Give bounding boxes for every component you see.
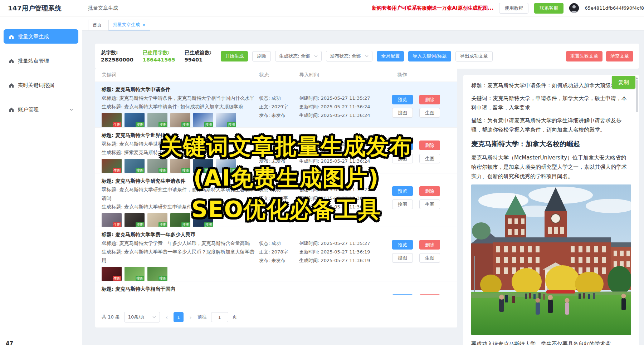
article-thumbnail[interactable]: 搜图 (147, 267, 167, 281)
delete-button[interactable]: 删除 (419, 95, 440, 104)
pagination-total: 共 10 条 (102, 314, 120, 320)
clear-articles-button[interactable]: 清空文章 (606, 51, 633, 61)
thumbnail-tag: 生图 (113, 276, 121, 281)
preview-button[interactable]: 预览 (392, 240, 413, 250)
stat-generated-count: 已生成篇数: 99401 (185, 49, 212, 63)
article-thumbnail[interactable]: 搜图 (147, 213, 167, 227)
tab-0[interactable]: 首页 (88, 20, 106, 30)
preview-button[interactable]: 预览 (392, 294, 413, 295)
current-page-button[interactable]: 1 (174, 312, 184, 322)
preview-scrollbar[interactable]: ▲ (636, 77, 638, 345)
table-row[interactable]: 标题: 麦克马斯特大学研究生申请条件 双标题: 麦克马斯特大学研究生申请条件，麦… (95, 173, 457, 227)
status-cell: 状态: 成功 正文: 2078字 发布: 未发布 (259, 227, 299, 281)
search-image-button[interactable]: 搜图 (392, 199, 413, 209)
app-root: 147用户管理系统 批量文章生成 新购套餐用户可联系客服赠送一万张AI原创生成配… (0, 0, 644, 345)
generate-status-select[interactable]: 生成状态: 全部 (275, 51, 322, 61)
sidebar-item-1[interactable]: 批量站点管理 (4, 54, 78, 68)
stat-used-words: 已使用字数: 186441565 (143, 49, 175, 63)
table-row[interactable]: 标题: 麦克马斯特大学学费一年多少人民币 双标题: 麦克马斯特大学学费一年多少人… (95, 227, 457, 281)
status-cell: 状态: 成功 正文: 2029字 发布: 未发布 (259, 82, 299, 127)
article-thumbnail[interactable]: 搜图 (125, 267, 145, 281)
page-size-select[interactable]: 10条/页 (124, 312, 160, 322)
scrollbar-thumb[interactable] (636, 80, 638, 112)
reset-failed-button[interactable]: 重置失败文章 (566, 51, 602, 61)
tutorial-button[interactable]: 使用教程 (499, 3, 528, 14)
article-thumbnail[interactable]: 搜图 (216, 113, 236, 127)
table-row[interactable]: 标题: 麦克马斯特大学申请条件 双标题: 麦克马斯特大学申请条件，麦克马斯特大学… (95, 82, 457, 127)
article-thumbnail[interactable]: 搜图 (170, 159, 190, 173)
chevron-down-icon (365, 55, 369, 57)
time-cell: 创建时间: 2025-05-27 11:35:27 更新时间: 2025-05-… (299, 173, 392, 227)
article-thumbnail[interactable]: 搜图 (193, 213, 213, 227)
article-thumbnail[interactable]: 搜图 (125, 213, 145, 227)
app-title: 147用户管理系统 (0, 4, 82, 13)
article-thumbnail[interactable]: 搜图 (147, 159, 167, 173)
goto-page-input[interactable] (211, 312, 228, 322)
import-keywords-button[interactable]: 导入关键词/标题 (408, 51, 451, 61)
toolbar-right-group: 重置失败文章 清空文章 (566, 51, 633, 61)
thumbnail-tag: 搜图 (227, 168, 236, 173)
actions-cell: 预览 删除 搜图 生图 (392, 128, 457, 173)
word-count-line: 正文: 1768字 (259, 148, 299, 157)
article-thumbnail[interactable]: 搜图 (170, 213, 190, 227)
delete-button[interactable]: 删除 (419, 186, 440, 196)
preview-button[interactable]: 预览 (392, 186, 413, 196)
contact-support-button[interactable]: 联系客服 (534, 3, 564, 14)
time-cell: 创建时间: 2025-05-27 11:35:27 更新时间: 2025-05-… (299, 227, 392, 281)
article-dual-title: 双标题: 麦克马斯特大学研究生申请条件，麦克马斯特大学研究生容易申请吗 (102, 185, 255, 202)
article-thumbnail[interactable]: 搜图 (125, 159, 145, 173)
promo-notice[interactable]: 新购套餐用户可联系客服赠送一万张AI原创生成配图... (372, 5, 493, 11)
thumbnail-strip: 生图搜图搜图搜图搜图 (102, 213, 255, 227)
close-tab-icon[interactable]: × (142, 23, 146, 28)
avatar[interactable] (569, 3, 579, 13)
copy-button[interactable]: 复制 (612, 76, 635, 89)
delete-button[interactable]: 删除 (419, 294, 440, 295)
generate-image-button[interactable]: 生图 (419, 154, 440, 163)
sidebar-item-0[interactable]: 批量文章生成 (4, 29, 78, 44)
updated-time: 更新时间: 2025-05-27 11:36:19 (299, 248, 392, 256)
search-image-button[interactable]: 搜图 (392, 108, 413, 118)
article-thumbnail[interactable]: 搜图 (193, 159, 213, 173)
article-thumbnail[interactable]: 搜图 (170, 113, 190, 127)
next-page-button[interactable]: › (188, 314, 193, 321)
search-image-button[interactable]: 搜图 (392, 253, 413, 263)
stat-label: 已使用字数: (143, 49, 175, 56)
start-generate-button[interactable]: 开始生成 (221, 51, 248, 61)
search-image-button[interactable]: 搜图 (392, 154, 413, 163)
table-body: 标题: 麦克马斯特大学申请条件 双标题: 麦克马斯特大学申请条件，麦克马斯特大学… (95, 82, 457, 295)
col-keyword: 关键词 (102, 72, 259, 78)
generate-image-button[interactable]: 生图 (419, 108, 440, 118)
refresh-button[interactable]: 刷新 (252, 51, 271, 61)
status-cell: 状态: 成功 正文: 1957字 发布: 未发布 (259, 281, 299, 295)
preview-button[interactable]: 预览 (392, 95, 413, 104)
preview-button[interactable]: 预览 (392, 141, 413, 150)
article-thumbnail[interactable]: 搜图 (193, 113, 213, 127)
article-thumbnail[interactable]: 生图 (102, 267, 122, 281)
publish-status-select[interactable]: 发布状态: 全部 (326, 51, 372, 61)
generate-image-button[interactable]: 生图 (419, 253, 440, 263)
global-config-button[interactable]: 全局配置 (377, 51, 404, 61)
home-icon (9, 58, 14, 64)
delete-button[interactable]: 删除 (419, 240, 440, 250)
sidebar-item-3[interactable]: 账户管理 (4, 102, 78, 117)
article-thumbnail[interactable]: 生图 (102, 159, 122, 173)
table-row[interactable]: 标题: 麦克马斯特大学相当于国内 双标题: 麦克马斯特大学相当于国内，麦克马斯特… (95, 281, 457, 295)
table-row[interactable]: 标题: 麦克马斯特大学世界排名 双标题: 麦克马斯特大学世界排名，麦克马斯特大学… (95, 127, 457, 173)
updated-time: 更新时间: 2025-05-27 11:36:23 (299, 194, 392, 203)
article-thumbnail[interactable]: 搜图 (125, 113, 145, 127)
sidebar-item-2[interactable]: 实时关键词挖掘 (4, 78, 78, 92)
publish-line: 发布: 未发布 (259, 203, 299, 211)
article-thumbnail[interactable]: 搜图 (147, 113, 167, 127)
tab-1[interactable]: 批量文章生成× (108, 20, 150, 30)
export-articles-button[interactable]: 导出成功文章 (455, 51, 493, 61)
article-thumbnail[interactable]: 生图 (102, 213, 122, 227)
prev-page-button[interactable]: ‹ (164, 314, 169, 321)
username[interactable]: 65e4811dfb644f690f4cf8 (585, 5, 644, 11)
generate-image-button[interactable]: 生图 (419, 199, 440, 209)
article-thumbnail[interactable]: 搜图 (216, 159, 236, 173)
article-title: 标题: 麦克马斯特大学研究生申请条件 (102, 177, 255, 185)
article-thumbnail[interactable]: 生图 (102, 113, 122, 127)
delete-button[interactable]: 删除 (419, 141, 440, 150)
pagination: 共 10 条 10条/页 ‹ 1 › 前往 页 (102, 312, 237, 322)
scroll-up-arrow-icon[interactable]: ▲ (636, 77, 638, 80)
